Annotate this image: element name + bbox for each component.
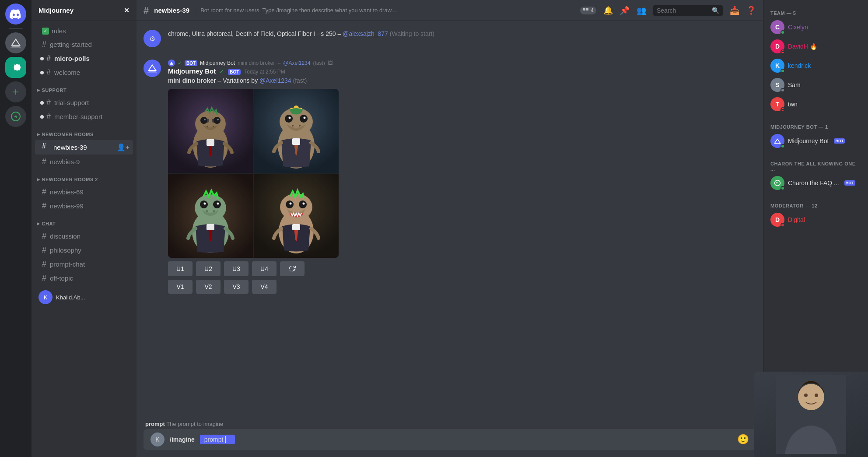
cat-arrow-icon: ▶ bbox=[37, 132, 40, 137]
dino-image-grid bbox=[168, 89, 339, 258]
hash-n99: # bbox=[42, 201, 46, 211]
channel-item-micro-polls[interactable]: # micro-polls bbox=[35, 52, 133, 65]
member-name-sam: Sam bbox=[788, 81, 801, 88]
dino-image-1[interactable] bbox=[168, 89, 253, 173]
bot-message-group bbox=[136, 51, 763, 54]
member-avatar-charon: ? bbox=[770, 176, 784, 190]
refresh-button[interactable] bbox=[280, 261, 304, 276]
add-server-button[interactable]: + bbox=[5, 81, 26, 102]
member-cixelyn[interactable]: C Cixelyn bbox=[767, 18, 864, 37]
help-icon[interactable]: ❓ bbox=[746, 6, 756, 15]
member-midjourney-bot[interactable]: Midjourney Bot BOT bbox=[767, 131, 864, 151]
notification-bell-icon[interactable]: 🔔 bbox=[603, 6, 613, 15]
category-newcomer2-header[interactable]: ▶ NEWCOMER ROOMS 2 bbox=[35, 176, 133, 183]
bot-badge-midjourney: BOT bbox=[834, 138, 845, 144]
inline-header: ✓ BOT Midjourney Bot mini dino broker – … bbox=[168, 60, 756, 67]
server-divider bbox=[9, 28, 23, 29]
channel-bottom-user: K Khalid.Ab... bbox=[32, 287, 136, 308]
upscale-3-button[interactable]: U3 bbox=[224, 261, 248, 276]
cat-arrow-icon2: ▶ bbox=[37, 177, 40, 182]
channel-item-prompt-chat[interactable]: # prompt-chat bbox=[35, 257, 133, 271]
channel-sidebar: Midjourney ✕ ✓ rules # getting-started #… bbox=[32, 0, 136, 457]
member-davidh[interactable]: D DavidH 🔥 bbox=[767, 37, 864, 56]
svg-point-52 bbox=[815, 394, 818, 397]
input-area: prompt The prompt to imagine K /imagine … bbox=[136, 417, 763, 457]
explore-servers-button[interactable] bbox=[5, 106, 26, 127]
channel-name-newbies-9: newbies-9 bbox=[50, 158, 80, 165]
channel-item-trial-support[interactable]: # trial-support bbox=[35, 96, 133, 109]
emoji-picker-button[interactable]: 🙂 bbox=[737, 434, 749, 445]
channel-list: ✓ rules # getting-started # micro-polls … bbox=[32, 21, 136, 457]
svg-text:#: # bbox=[42, 142, 46, 150]
server-icon-openai[interactable] bbox=[5, 57, 26, 78]
server-icon-boat[interactable] bbox=[5, 32, 26, 53]
search-input[interactable] bbox=[657, 7, 709, 14]
member-digital[interactable]: D Digital bbox=[767, 210, 864, 229]
channel-name-prompt-chat: prompt-chat bbox=[50, 260, 85, 268]
channel-item-getting-started[interactable]: # getting-started bbox=[35, 38, 133, 51]
video-person bbox=[754, 372, 868, 457]
variation-4-button[interactable]: V4 bbox=[252, 280, 276, 294]
svg-point-44 bbox=[290, 202, 292, 204]
channel-item-newbies-99[interactable]: # newbies-99 bbox=[35, 199, 133, 213]
member-twn[interactable]: T twn bbox=[767, 95, 864, 114]
online-status-midjourney bbox=[780, 144, 785, 148]
prompt-hint: prompt The prompt to imagine bbox=[144, 421, 756, 427]
category-support-header[interactable]: ▶ SUPPORT bbox=[35, 87, 133, 94]
variation-1-button[interactable]: V1 bbox=[168, 280, 192, 294]
channel-hash-icon: # bbox=[46, 54, 51, 63]
svg-point-21 bbox=[289, 116, 291, 119]
channel-item-philosophy[interactable]: # philosophy bbox=[35, 243, 133, 257]
channel-item-newbies-39[interactable]: # newbies-39 👤+ bbox=[35, 140, 133, 155]
members-icon[interactable]: 👥 bbox=[637, 6, 646, 15]
channel-item-newbies-69[interactable]: # newbies-69 bbox=[35, 185, 133, 199]
category-support: ▶ SUPPORT bbox=[32, 80, 136, 95]
channel-item-discussion[interactable]: # discussion bbox=[35, 229, 133, 243]
hash-icon-n9: # bbox=[42, 157, 46, 166]
svg-point-37 bbox=[206, 210, 208, 212]
action-buttons: U1 U2 U3 U4 V1 V2 V3 V4 bbox=[168, 261, 756, 294]
dino-image-2[interactable] bbox=[254, 89, 339, 173]
waiting-label: (Waiting to start) bbox=[390, 30, 434, 37]
upscale-2-button[interactable]: U2 bbox=[196, 261, 220, 276]
search-bar[interactable]: 🔍 bbox=[653, 5, 723, 16]
message-timestamp: Today at 2:55 PM bbox=[244, 69, 285, 75]
main-content: # newbies-39 Bot room for new users. Typ… bbox=[136, 0, 763, 457]
header-icons: 4 🔔 📌 👥 🔍 📥 ❓ bbox=[580, 5, 756, 16]
member-kendrick[interactable]: K kendrick bbox=[767, 56, 864, 75]
member-avatar-davidh: D bbox=[770, 39, 784, 53]
pin-icon[interactable]: 📌 bbox=[620, 6, 630, 15]
video-thumbnail bbox=[754, 372, 868, 457]
messages-area: ⚙ chrome, Ultra photoreal, Depth of Fiel… bbox=[136, 21, 763, 417]
prompt-field[interactable]: prompt bbox=[200, 435, 235, 444]
upscale-1-button[interactable]: U1 bbox=[168, 261, 192, 276]
add-member-icon[interactable]: 👤+ bbox=[117, 143, 130, 151]
inbox-icon[interactable]: 📥 bbox=[730, 6, 739, 15]
prompt-label: prompt bbox=[145, 421, 165, 427]
member-charon[interactable]: ? Charon the FAQ ... BOT bbox=[767, 173, 864, 193]
message-input-container: K /imagine prompt 🙂 bbox=[144, 429, 756, 450]
channel-item-member-support[interactable]: # member-support bbox=[35, 110, 133, 123]
upscale-4-button[interactable]: U4 bbox=[252, 261, 276, 276]
variation-2-button[interactable]: V2 bbox=[196, 280, 220, 294]
channel-item-off-topic[interactable]: # off-topic bbox=[35, 271, 133, 285]
member-sam[interactable]: S Sam bbox=[767, 75, 864, 95]
category-chat-header[interactable]: ▶ CHAT bbox=[35, 220, 133, 227]
hash-disc: # bbox=[42, 232, 46, 241]
discord-home-button[interactable] bbox=[5, 4, 26, 25]
channel-item-rules[interactable]: ✓ rules bbox=[35, 25, 133, 37]
server-header[interactable]: Midjourney ✕ bbox=[32, 0, 136, 21]
svg-point-13 bbox=[213, 126, 214, 127]
server-dropdown-icon[interactable]: ✕ bbox=[124, 7, 130, 14]
category-newcomer-rooms-2: ▶ NEWCOMER ROOMS 2 bbox=[32, 169, 136, 185]
channel-item-newbies-9[interactable]: # newbies-9 bbox=[35, 155, 133, 169]
dino-image-4[interactable] bbox=[254, 174, 339, 258]
category-newcomer-header[interactable]: ▶ NEWCOMER ROOMS bbox=[35, 131, 133, 138]
svg-rect-18 bbox=[292, 138, 300, 145]
channel-item-welcome[interactable]: # welcome bbox=[35, 66, 133, 79]
category-newcomer-label: NEWCOMER ROOMS bbox=[42, 132, 94, 137]
variation-3-button[interactable]: V3 bbox=[224, 280, 248, 294]
dino-image-3[interactable] bbox=[168, 174, 253, 258]
author-midjourney-bot[interactable]: Midjourney Bot bbox=[168, 67, 216, 75]
svg-point-36 bbox=[217, 202, 219, 204]
